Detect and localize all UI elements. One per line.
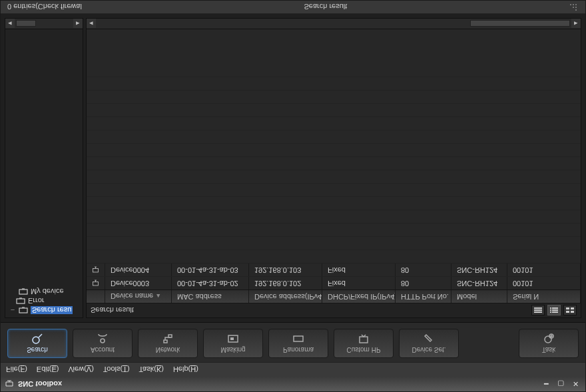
monitor-icon <box>16 297 25 304</box>
svg-rect-15 <box>534 308 542 309</box>
cell-port: 80 <box>396 264 451 276</box>
svg-point-29 <box>575 7 577 9</box>
grid-body[interactable]: Device0003 00-01-4a-31-ab-02 192.168.0.1… <box>87 29 581 290</box>
svg-rect-24 <box>566 308 569 310</box>
menu-task[interactable]: Task(K) <box>139 366 164 374</box>
toolbar-search-label: Search <box>27 347 48 354</box>
svg-rect-22 <box>566 311 569 313</box>
svg-rect-17 <box>552 312 558 313</box>
toolbar-network-button[interactable]: Network <box>138 329 198 358</box>
toolbar-deviceset-label: Device Set. <box>412 347 445 354</box>
cell-name: Device0004 <box>105 264 172 276</box>
tree-node-search-result[interactable]: − Search resu <box>8 305 80 315</box>
toolbar-customhp-button[interactable]: Custom HP <box>334 329 394 358</box>
column-header-port[interactable]: HTTP Port No. <box>396 290 451 303</box>
cell-model: SNC-RH124 <box>451 277 507 290</box>
scroll-right-arrow[interactable]: ▸ <box>73 19 83 29</box>
table-row[interactable]: Device0004 00-01-4a-31-ab-03 192.168.0.1… <box>87 263 581 276</box>
column-header-dhcp[interactable]: DHCP/Fixed IP(IPv4) <box>322 290 396 303</box>
scroll-left-arrow[interactable]: ◂ <box>5 19 15 29</box>
cell-ip: 192.168.0.102 <box>249 277 322 290</box>
cell-model: SNC-RH124 <box>451 264 507 276</box>
column-header-icon[interactable] <box>87 290 105 303</box>
svg-rect-6 <box>294 337 303 342</box>
customhp-icon <box>358 333 370 345</box>
svg-rect-11 <box>17 299 25 303</box>
cell-port: 80 <box>396 277 451 290</box>
toolbar-account-button[interactable]: Account <box>73 329 133 358</box>
svg-point-30 <box>573 7 574 9</box>
sort-asc-icon: ▲ <box>155 294 161 300</box>
minimize-button[interactable]: ━ <box>540 379 552 389</box>
svg-rect-10 <box>19 308 27 313</box>
view-details-button[interactable] <box>547 305 561 316</box>
tree-node-my-device[interactable]: My device <box>8 287 80 296</box>
main-hscrollbar[interactable]: ◂ ▸ <box>87 19 581 29</box>
monitor-icon <box>19 307 28 313</box>
svg-rect-25 <box>571 308 574 310</box>
svg-rect-13 <box>534 312 542 313</box>
tree-label-error: Error <box>28 297 44 305</box>
resize-gripper-icon[interactable] <box>569 3 579 12</box>
menu-view[interactable]: View(V) <box>68 366 93 374</box>
column-header-model[interactable]: Model <box>451 290 507 303</box>
main-title: Search result <box>91 307 531 315</box>
network-icon <box>162 333 174 345</box>
monitor-icon <box>19 288 28 295</box>
menu-file[interactable]: File(F) <box>6 366 27 374</box>
toolbar-customhp-label: Custom HP <box>346 347 380 354</box>
column-header-name[interactable]: Device name ▲ <box>105 290 172 303</box>
tree-collapse-icon: − <box>9 306 16 314</box>
status-entries: 0 entries(Check firewal <box>7 3 82 11</box>
svg-rect-20 <box>550 308 551 309</box>
scroll-left-arrow[interactable]: ◂ <box>87 19 96 29</box>
device-icon <box>87 264 105 276</box>
menu-bar: File(F) Edit(E) View(V) Tools(T) Task(K)… <box>1 362 585 377</box>
tree-label-my-device: My device <box>31 288 64 295</box>
toolbar-search-button[interactable]: Search <box>7 329 67 358</box>
scroll-thumb[interactable] <box>470 21 570 27</box>
view-list-button[interactable] <box>531 305 545 316</box>
deviceset-icon <box>423 333 435 345</box>
close-button[interactable]: ✕ <box>569 379 581 389</box>
toolbar-task-button[interactable]: Task <box>519 329 579 358</box>
svg-rect-18 <box>550 310 551 311</box>
sidebar-tree: − Search resu Error My device ◂ ▸ <box>5 18 83 318</box>
menu-help[interactable]: Help(H) <box>173 366 198 374</box>
window-title: SNC toolbox <box>18 380 536 388</box>
svg-rect-21 <box>552 308 558 309</box>
tree-label-search-result: Search resu <box>31 306 73 314</box>
menu-edit[interactable]: Edit(E) <box>37 366 59 374</box>
table-row[interactable]: Device0003 00-01-4a-31-ab-02 192.168.0.1… <box>87 276 581 290</box>
column-header-mac[interactable]: MAC address <box>172 290 249 303</box>
toolbar-deviceset-button[interactable]: Device Set. <box>399 329 459 358</box>
toolbar-masking-button[interactable]: Masking <box>203 329 263 358</box>
svg-point-8 <box>545 337 551 343</box>
toolbar: Search Account Network Masking Panorama … <box>1 322 585 362</box>
cell-ip: 192.168.0.103 <box>249 264 322 276</box>
svg-rect-23 <box>571 311 574 313</box>
scroll-right-arrow[interactable]: ▸ <box>571 19 581 29</box>
cell-serial: 00101 <box>507 277 581 290</box>
cell-mac: 00-01-4a-31-ab-02 <box>172 277 249 290</box>
svg-rect-14 <box>534 310 542 311</box>
status-center: Search result <box>90 3 561 11</box>
view-thumbnails-button[interactable] <box>563 305 577 316</box>
menu-tools[interactable]: Tools(T) <box>103 366 130 374</box>
svg-point-32 <box>573 5 574 6</box>
svg-rect-5 <box>230 338 234 341</box>
toolbar-panorama-label: Panorama <box>283 347 314 354</box>
sidebar-hscrollbar[interactable]: ◂ ▸ <box>5 19 83 29</box>
svg-rect-7 <box>360 337 368 343</box>
toolbar-panorama-button[interactable]: Panorama <box>268 329 328 358</box>
svg-point-33 <box>570 5 571 6</box>
column-header-serial[interactable]: Serial N <box>507 290 581 303</box>
tree-node-error[interactable]: Error <box>8 296 80 305</box>
toolbar-task-label: Task <box>542 347 556 354</box>
toolbar-account-label: Account <box>91 347 115 354</box>
column-header-ip[interactable]: Device address(IPv4) <box>249 290 322 303</box>
maximize-button[interactable]: ▢ <box>555 379 567 389</box>
cell-dhcp: Fixed <box>322 264 396 276</box>
cell-dhcp: Fixed <box>322 277 396 290</box>
scroll-thumb[interactable] <box>16 21 36 27</box>
